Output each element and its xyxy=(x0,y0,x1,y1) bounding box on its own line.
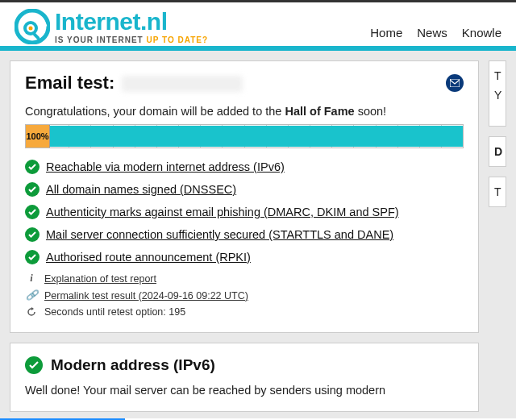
check-icon xyxy=(25,356,43,374)
nav-news[interactable]: News xyxy=(417,26,447,40)
score-bar: 100% xyxy=(25,124,464,148)
check-link-dnssec[interactable]: All domain names signed (DNSSEC) xyxy=(46,183,236,196)
check-icon xyxy=(25,227,40,242)
check-item: Authorised route announcement (RPKI) xyxy=(25,250,464,264)
check-link-ipv6[interactable]: Reachable via modern internet address (I… xyxy=(46,160,285,173)
svg-point-3 xyxy=(29,27,33,31)
section-body: Well done! Your mail server can be reach… xyxy=(25,382,464,398)
explanation-link[interactable]: Explanation of test report xyxy=(44,273,156,285)
svg-rect-4 xyxy=(32,32,40,40)
domain-redacted xyxy=(122,76,243,92)
check-item: Mail server connection sufficiently secu… xyxy=(25,227,464,242)
side-card: T Y xyxy=(489,60,506,127)
check-item: Reachable via modern internet address (I… xyxy=(25,160,464,174)
nav-knowledge[interactable]: Knowle xyxy=(462,26,501,40)
check-icon xyxy=(25,250,40,264)
side-card: D xyxy=(489,136,506,167)
check-item: Authenticity marks against email phishin… xyxy=(25,205,464,219)
check-link-rpki[interactable]: Authorised route announcement (RPKI) xyxy=(46,251,251,264)
score-label: 100% xyxy=(26,125,50,148)
side-card: T xyxy=(489,177,506,207)
check-list: Reachable via modern internet address (I… xyxy=(25,160,464,264)
logo[interactable]: Internet.nl IS YOUR INTERNET UP TO DATE? xyxy=(15,9,208,44)
check-item: All domain names signed (DNSSEC) xyxy=(25,182,464,197)
check-link-dmarc[interactable]: Authenticity marks against email phishin… xyxy=(46,206,399,218)
header: Internet.nl IS YOUR INTERNET UP TO DATE?… xyxy=(0,2,516,46)
link-icon: 🔗 xyxy=(25,289,38,301)
meta-list: iExplanation of test report 🔗Permalink t… xyxy=(25,272,464,318)
ipv6-card: Modern address (IPv6) Well done! Your ma… xyxy=(10,343,479,412)
nav-home[interactable]: Home xyxy=(370,26,402,40)
info-icon: i xyxy=(25,272,38,285)
email-test-card: Email test: Congratulations, your domain… xyxy=(10,60,479,333)
page-title: Email test: xyxy=(25,73,243,94)
logo-icon xyxy=(15,9,50,44)
check-icon xyxy=(25,160,40,174)
reload-icon xyxy=(25,307,38,317)
svg-rect-5 xyxy=(450,79,460,87)
check-icon xyxy=(25,182,40,197)
section-title: Modern address (IPv6) xyxy=(51,356,215,374)
brand-name: Internet.nl xyxy=(55,10,208,34)
mail-icon xyxy=(446,74,464,92)
main-nav: Home News Knowle xyxy=(370,26,501,44)
tagline: IS YOUR INTERNET UP TO DATE? xyxy=(55,36,208,44)
check-icon xyxy=(25,205,40,219)
retest-text: Seconds until retest option: 195 xyxy=(44,306,185,318)
check-link-starttls[interactable]: Mail server connection sufficiently secu… xyxy=(46,228,393,241)
permalink-link[interactable]: Permalink test result (2024-09-16 09:22 … xyxy=(44,290,248,301)
congrats-text: Congratulations, your domain will be add… xyxy=(25,105,464,118)
